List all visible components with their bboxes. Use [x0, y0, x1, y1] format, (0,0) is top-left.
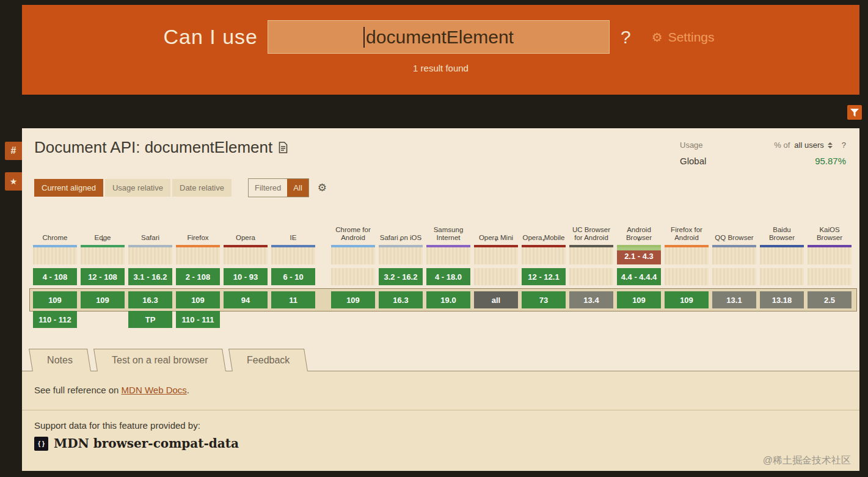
version-cell[interactable]: 109: [81, 291, 125, 308]
version-cell[interactable]: 3.1 - 16.2: [128, 268, 172, 285]
browser-column: KaiOS Browser2.5: [808, 211, 852, 328]
version-slot: [808, 247, 852, 268]
notes-text: See full reference on: [34, 385, 122, 395]
support-table: Chrome4 - 108109110 - 112Edge*12 - 10810…: [22, 211, 859, 328]
browser-column: Chrome4 - 108109110 - 112: [33, 211, 77, 328]
version-cell[interactable]: 16.3: [379, 291, 423, 308]
browser-column: Baidu Browser13.18: [760, 211, 804, 328]
version-slot: 110 - 112: [33, 311, 77, 328]
version-slot: [760, 268, 804, 289]
current-aligned-button[interactable]: Current aligned: [34, 179, 103, 197]
version-cell[interactable]: 2 - 108: [176, 268, 220, 285]
card-footer: Support data for this feature provided b…: [22, 410, 859, 461]
era-filler: [176, 247, 220, 264]
settings-button[interactable]: ⚙ Settings: [648, 29, 718, 45]
version-cell[interactable]: 2.1 - 4.3: [617, 247, 661, 264]
version-cell[interactable]: 109: [665, 291, 709, 308]
browser-name: Firefox for Android: [665, 211, 709, 245]
version-cell[interactable]: 10 - 93: [224, 268, 268, 285]
version-slot: [33, 247, 77, 268]
browser-name: Safari: [128, 211, 172, 245]
version-cell[interactable]: 13.4: [569, 291, 613, 308]
version-cell[interactable]: TP: [128, 311, 172, 328]
version-cell[interactable]: 2.5: [808, 291, 852, 308]
mdn-source-link[interactable]: { } MDN browser-compat-data: [34, 436, 847, 451]
version-slot: [81, 247, 125, 268]
version-cell[interactable]: 12 - 12.1: [522, 268, 566, 285]
version-cell[interactable]: 4 - 108: [33, 268, 77, 285]
tab-test-on-real-browser[interactable]: Test on a real browser: [93, 349, 226, 371]
version-cell[interactable]: 110 - 111: [176, 311, 220, 328]
version-cell[interactable]: 73: [522, 291, 566, 308]
notes-content: See full reference on MDN Web Docs.: [22, 371, 859, 410]
tab-feedback-label: Feedback: [247, 355, 290, 366]
version-cell[interactable]: 19.0: [426, 291, 470, 308]
era-filler: [665, 268, 709, 285]
tab-notes-label: Notes: [47, 355, 73, 366]
version-slot: 13.1: [712, 289, 756, 311]
version-cell[interactable]: 13.1: [712, 291, 756, 308]
browser-name: Safari on iOS*: [379, 211, 423, 245]
version-cell[interactable]: all: [474, 291, 518, 308]
version-cell[interactable]: 12 - 108: [81, 268, 125, 285]
search-input[interactable]: documentElement: [268, 20, 610, 54]
version-cell[interactable]: 3.2 - 16.2: [379, 268, 423, 285]
version-slot: 109: [331, 289, 375, 311]
version-slot: [81, 311, 125, 328]
usage-scope-select[interactable]: all users: [794, 140, 832, 150]
version-slot: 12 - 108: [81, 268, 125, 289]
feature-title-text: Document API: documentElement: [34, 138, 272, 157]
date-relative-button[interactable]: Date relative: [172, 179, 232, 197]
version-cell[interactable]: 109: [33, 291, 77, 308]
version-slot: 19.0: [426, 289, 470, 311]
version-slot: all: [474, 289, 518, 311]
version-slot: 109: [617, 289, 661, 311]
version-cell[interactable]: 109: [176, 291, 220, 308]
era-filler: [331, 268, 375, 285]
version-cell[interactable]: 109: [617, 291, 661, 308]
version-slot: [271, 247, 315, 268]
browser-name: Edge*: [81, 211, 125, 245]
version-slot: 4 - 108: [33, 268, 77, 289]
era-filler: [271, 247, 315, 264]
version-slot: [426, 311, 470, 328]
version-cell[interactable]: 110 - 112: [33, 311, 77, 328]
spec-document-icon[interactable]: [279, 142, 288, 153]
favorite-button[interactable]: ★: [5, 172, 22, 191]
usage-relative-button[interactable]: Usage relative: [105, 179, 170, 197]
usage-help-button[interactable]: ?: [842, 140, 846, 150]
tab-notes[interactable]: Notes: [29, 349, 91, 371]
version-cell[interactable]: 11: [271, 291, 315, 308]
version-slot: 109: [665, 289, 709, 311]
version-slot: [224, 247, 268, 268]
version-slot: [426, 247, 470, 268]
version-cell[interactable]: 16.3: [128, 291, 172, 308]
version-cell[interactable]: 6 - 10: [271, 268, 315, 285]
search-value: documentElement: [366, 27, 514, 48]
version-slot: 2.1 - 4.3: [617, 247, 661, 268]
version-cell[interactable]: 109: [331, 291, 375, 308]
era-filler: [81, 247, 125, 264]
permalink-button[interactable]: #: [5, 142, 22, 160]
browser-column: Android Browser*2.1 - 4.34.4 - 4.4.4109: [617, 211, 661, 328]
search-help-button[interactable]: ?: [621, 27, 631, 48]
era-filler: [712, 268, 756, 285]
version-cell[interactable]: 13.18: [760, 291, 804, 308]
version-cell[interactable]: 4 - 18.0: [426, 268, 470, 285]
usage-label: Usage: [680, 140, 703, 150]
version-slot: 11: [271, 289, 315, 311]
version-slot: 6 - 10: [271, 268, 315, 289]
filter-all-button[interactable]: All: [287, 179, 308, 197]
era-filler: [665, 247, 709, 264]
page: Can I use documentElement ? ⚙ Settings 1…: [0, 0, 868, 477]
version-slot: [331, 268, 375, 289]
version-slot: [379, 311, 423, 328]
version-slot: [379, 247, 423, 268]
filter-button[interactable]: [847, 105, 862, 120]
table-settings-gear-icon[interactable]: ⚙: [318, 183, 327, 193]
global-usage-value: 95.87%: [815, 156, 846, 166]
version-cell[interactable]: 94: [224, 291, 268, 308]
mdn-web-docs-link[interactable]: MDN Web Docs: [122, 385, 187, 395]
version-cell[interactable]: 4.4 - 4.4.4: [617, 268, 661, 285]
tab-feedback[interactable]: Feedback: [228, 349, 308, 371]
